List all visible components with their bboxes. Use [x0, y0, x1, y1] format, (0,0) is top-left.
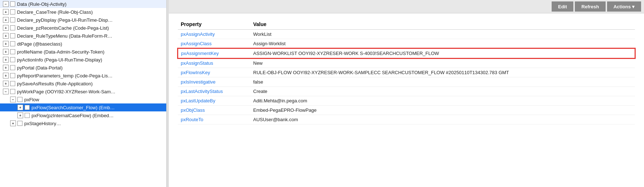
page-icon: [10, 89, 15, 94]
property-name[interactable]: pxFlowInsKey: [178, 68, 250, 77]
page-icon: [10, 41, 15, 46]
tree-item[interactable]: −pyWorkPage (OOYI92-XYZReser-Work-Sam…: [0, 88, 166, 95]
refresh-button[interactable]: Refresh: [575, 1, 605, 12]
property-value: Aditi.Mehta@in.pega.com: [250, 96, 635, 106]
property-value: Embed-PegaEPRO-FlowPage: [250, 106, 635, 115]
collapse-icon[interactable]: −: [10, 97, 16, 102]
tree-item-label: pyReportParameters_temp (Code-Pega-Lis…: [17, 73, 113, 78]
actions-button[interactable]: Actions ▾: [607, 1, 641, 12]
expand-icon[interactable]: +: [3, 57, 9, 63]
property-name[interactable]: pxAssignStatus: [178, 58, 250, 68]
tree-item[interactable]: +pyPortal (Data-Portal): [0, 64, 166, 72]
property-name[interactable]: pxLastActivityStatus: [178, 87, 250, 96]
table-row: pxLastActivityStatusCreate: [178, 87, 635, 96]
tree-item-label: profileName (Data-Admin-Security-Token): [17, 49, 104, 55]
page-icon: [10, 25, 15, 30]
property-value: WorkList: [250, 30, 635, 39]
tree-item-label: pyActionInfo (Pega-UI-RunTime-Display): [17, 57, 102, 63]
page-icon: [17, 97, 22, 102]
page-icon: [10, 65, 15, 70]
property-value: Create: [250, 87, 635, 96]
expand-icon[interactable]: +: [3, 73, 9, 78]
tree-item[interactable]: +pyReportParameters_temp (Code-Pega-Lis…: [0, 72, 166, 80]
expand-icon[interactable]: +: [3, 9, 9, 15]
tree-item[interactable]: +pySaveAsResults (Rule-Application): [0, 80, 166, 88]
expand-icon[interactable]: +: [3, 81, 9, 86]
properties-table-area: Property Value pxAssignActivityWorkListp…: [169, 13, 644, 187]
tree-item[interactable]: −pxFlow: [0, 95, 166, 103]
tree-item[interactable]: +profileName (Data-Admin-Security-Token): [0, 48, 166, 56]
col-header-property: Property: [178, 19, 250, 30]
expand-icon[interactable]: +: [3, 49, 9, 55]
property-name[interactable]: pxAssignClass: [178, 39, 250, 49]
tree-panel: −Data (Rule-Obj-Activity)+Declare_CaseTr…: [0, 0, 167, 187]
expand-icon[interactable]: +: [3, 17, 9, 23]
tree-item-label: pySaveAsResults (Rule-Application): [17, 81, 93, 86]
tree-item[interactable]: +Declare_CaseTree (Rule-Obj-Class): [0, 8, 166, 16]
table-row: pxAssignActivityWorkList: [178, 30, 635, 39]
property-value: AUSUser@bank.com: [250, 115, 635, 124]
property-value: RULE-OBJ-FLOW OOYI92-XYZRESER-WORK-SAMPL…: [250, 68, 635, 77]
table-row: pxRouteToAUSUser@bank.com: [178, 115, 635, 124]
tree-item-label: pxFlow(SearchCustomer_Flow) (Emb…: [32, 105, 115, 110]
tree-item-label: Data (Rule-Obj-Activity): [17, 1, 67, 7]
tree-item-label: Declare_pyDisplay (Pega-UI-RunTime-Disp…: [17, 17, 113, 23]
page-icon: [10, 9, 15, 14]
page-icon: [25, 113, 30, 118]
property-value: New: [250, 58, 635, 68]
tree-item[interactable]: +Declare_RuleTypeMenu (Data-RuleForm-R…: [0, 32, 166, 40]
tree-item-label: pxStageHistory…: [24, 121, 61, 126]
collapse-icon[interactable]: −: [3, 1, 9, 7]
expand-icon[interactable]: +: [3, 65, 9, 71]
tree-item[interactable]: +pxStageHistory…: [0, 119, 166, 127]
expand-icon[interactable]: +: [17, 112, 23, 118]
edit-button[interactable]: Edit: [552, 1, 574, 12]
property-name[interactable]: pxAssignmentKey: [178, 48, 250, 58]
table-row: pxAssignClassAssign-Worklist: [178, 39, 635, 49]
page-icon: [10, 57, 15, 62]
table-row: pxObjClassEmbed-PegaEPRO-FlowPage: [178, 106, 635, 115]
tree-item[interactable]: +Declare_pzRecentsCache (Code-Pega-List): [0, 24, 166, 32]
page-icon: [10, 17, 15, 22]
expand-icon[interactable]: +: [17, 105, 23, 110]
tree-item[interactable]: −Data (Rule-Obj-Activity): [0, 0, 166, 8]
tree-item[interactable]: +dtPage (@baseclass): [0, 40, 166, 48]
property-name[interactable]: pxIsInvestigative: [178, 77, 250, 87]
property-name[interactable]: pxAssignActivity: [178, 30, 250, 39]
table-row: pxFlowInsKeyRULE-OBJ-FLOW OOYI92-XYZRESE…: [178, 68, 635, 77]
page-icon: [10, 73, 15, 78]
table-row: pxAssignmentKeyASSIGN-WORKLIST OOYI92-XY…: [178, 48, 635, 58]
page-icon: [10, 1, 15, 7]
expand-icon[interactable]: +: [3, 41, 9, 47]
tree-item-label: Declare_CaseTree (Rule-Obj-Class): [17, 9, 93, 15]
expand-icon[interactable]: +: [3, 25, 9, 31]
property-value: Assign-Worklist: [250, 39, 635, 49]
page-icon: [10, 33, 15, 38]
tree-item-label: Declare_RuleTypeMenu (Data-RuleForm-R…: [17, 33, 112, 39]
page-icon: [17, 121, 22, 126]
property-value: false: [250, 77, 635, 87]
tree-item[interactable]: +pyActionInfo (Pega-UI-RunTime-Display): [0, 56, 166, 64]
property-name[interactable]: pxLastUpdateBy: [178, 96, 250, 106]
tree-item[interactable]: +Declare_pyDisplay (Pega-UI-RunTime-Disp…: [0, 16, 166, 24]
table-row: pxIsInvestigativefalse: [178, 77, 635, 87]
tree-item-label: pyWorkPage (OOYI92-XYZReser-Work-Sam…: [17, 89, 116, 94]
tree-item[interactable]: +pxFlow(SearchCustomer_Flow) (Emb…: [0, 103, 166, 111]
tree-item-label: pxFlow(pzInternalCaseFlow) (Embed…: [32, 113, 114, 118]
col-header-value: Value: [250, 19, 635, 30]
tree-item-label: pxFlow: [24, 97, 39, 102]
page-icon: [10, 49, 15, 54]
tree-item-label: Declare_pzRecentsCache (Code-Pega-List): [17, 25, 109, 31]
expand-icon[interactable]: +: [10, 120, 16, 126]
expand-icon[interactable]: +: [3, 33, 9, 39]
toolbar: Edit Refresh Actions ▾: [169, 0, 644, 13]
tree-item[interactable]: +pxFlow(pzInternalCaseFlow) (Embed…: [0, 111, 166, 119]
tree-item-label: pyPortal (Data-Portal): [17, 65, 63, 71]
property-value: ASSIGN-WORKLIST OOYI92-XYZRESER-WORK S-4…: [250, 48, 635, 58]
property-name[interactable]: pxRouteTo: [178, 115, 250, 124]
right-panel: Edit Refresh Actions ▾ Property Value px…: [169, 0, 644, 187]
property-name[interactable]: pxObjClass: [178, 106, 250, 115]
collapse-icon[interactable]: −: [3, 89, 9, 94]
tree-item-label: dtPage (@baseclass): [17, 41, 62, 47]
properties-table: Property Value pxAssignActivityWorkListp…: [177, 19, 635, 124]
